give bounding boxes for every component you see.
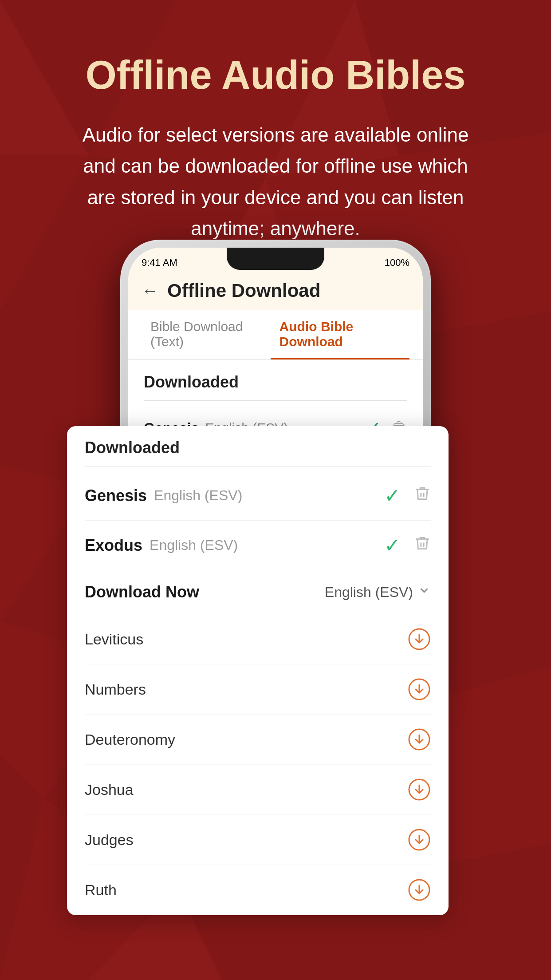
list-item: Judges (85, 815, 431, 865)
download-icon[interactable] (408, 628, 431, 651)
status-time: 9:41 AM (142, 257, 177, 269)
tabs-row: Bible Download (Text) Audio Bible Downlo… (128, 310, 423, 360)
download-icon[interactable] (408, 828, 431, 851)
download-now-label: Download Now (85, 583, 199, 601)
book-name-deuteronomy: Deuteronomy (85, 731, 175, 748)
download-now-row: Download Now English (ESV) (67, 570, 449, 614)
trash-icon[interactable] (414, 535, 431, 556)
header-area: Offline Audio Bibles Audio for select ve… (0, 0, 551, 271)
card-book-lang-exodus: English (ESV) (150, 537, 238, 553)
book-name-numbers: Numbers (85, 681, 146, 698)
status-battery: 100% (385, 257, 409, 269)
page-title: Offline Audio Bibles (35, 53, 516, 97)
phone-notch (227, 248, 324, 270)
list-item: Leviticus (85, 614, 431, 664)
page-subtitle: Audio for select versions are available … (76, 119, 475, 245)
phone-header: ← Offline Download (128, 272, 423, 310)
download-icon[interactable] (408, 878, 431, 901)
book-name-leviticus: Leviticus (85, 631, 143, 648)
back-button[interactable]: ← (142, 281, 158, 300)
list-item: Deuteronomy (85, 715, 431, 765)
card-downloaded-heading: Downloaded (85, 439, 431, 457)
download-books-list: Leviticus Numbers (67, 614, 449, 915)
card-book-lang-genesis: English (ESV) (154, 487, 242, 504)
book-name-ruth: Ruth (85, 881, 117, 899)
book-name-joshua: Joshua (85, 781, 134, 798)
check-icon: ✓ (384, 534, 401, 557)
card-divider-1 (85, 466, 431, 466)
card-actions-exodus: ✓ (384, 534, 431, 557)
language-value: English (ESV) (325, 584, 413, 601)
download-icon[interactable] (408, 728, 431, 751)
section-divider (144, 400, 407, 401)
book-name-judges: Judges (85, 831, 134, 849)
tab-audio-bible[interactable]: Audio Bible Download (271, 310, 409, 360)
download-icon[interactable] (408, 778, 431, 801)
chevron-down-icon (417, 584, 431, 601)
screen-title: Offline Download (167, 280, 320, 301)
card-actions-genesis: ✓ (384, 484, 431, 507)
card-book-name-exodus: Exodus (85, 536, 142, 555)
tab-bible-download[interactable]: Bible Download (Text) (142, 310, 271, 360)
list-item: Joshua (85, 765, 431, 815)
phone-mockup: 9:41 AM 100% ← Offline Download Bible Do… (120, 240, 431, 701)
card-downloaded-section: Downloaded Genesis English (ESV) ✓ (67, 426, 449, 570)
floating-card: Downloaded Genesis English (ESV) ✓ (67, 426, 449, 915)
download-icon[interactable] (408, 678, 431, 701)
list-item: Ruth (85, 865, 431, 915)
card-book-name-genesis: Genesis (85, 486, 147, 505)
table-row: Genesis English (ESV) ✓ (85, 471, 431, 521)
downloaded-heading: Downloaded (144, 373, 407, 391)
check-icon: ✓ (384, 484, 401, 507)
language-selector[interactable]: English (ESV) (325, 584, 431, 601)
list-item: Numbers (85, 664, 431, 715)
table-row: Exodus English (ESV) ✓ (85, 521, 431, 570)
trash-icon[interactable] (414, 485, 431, 506)
